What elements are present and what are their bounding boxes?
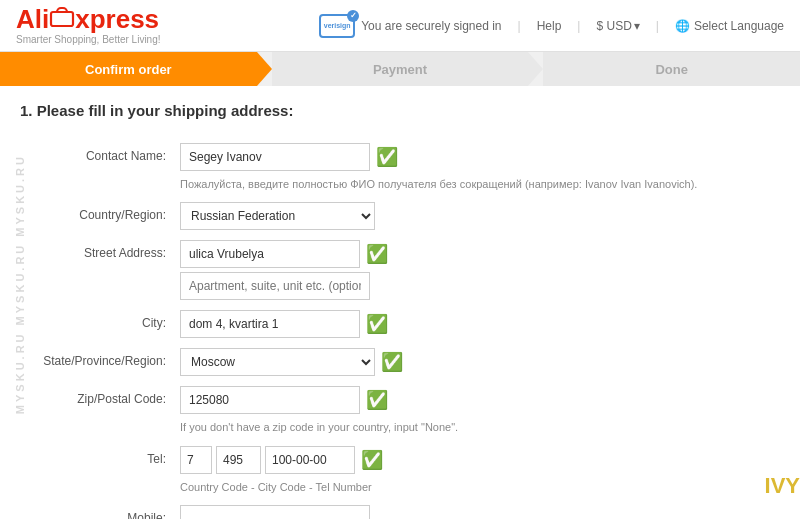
progress-done: Done — [543, 52, 800, 86]
tel-city-code-input[interactable] — [216, 446, 261, 474]
zip-input[interactable] — [180, 386, 360, 414]
zip-content: ✅ If you don't have a zip code in your c… — [180, 386, 780, 435]
logo-cart-icon — [49, 6, 75, 32]
tel-content: ✅ Country Code - City Code - Tel Number — [180, 446, 780, 495]
verify-icon: verisign ✓ — [319, 14, 355, 38]
street-input-row: ✅ — [180, 240, 780, 268]
contact-name-content: ✅ Пожалуйста, введите полностью ФИО полу… — [180, 143, 780, 192]
contact-name-row: Contact Name: ✅ Пожалуйста, введите полн… — [20, 143, 780, 192]
language-button[interactable]: 🌐 Select Language — [675, 19, 784, 33]
tel-input-row: ✅ — [180, 446, 780, 474]
state-row: State/Province/Region: Moscow ✅ — [20, 348, 780, 376]
street-optional-input[interactable] — [180, 272, 370, 300]
tel-number-input[interactable] — [265, 446, 355, 474]
zip-check-icon: ✅ — [366, 391, 388, 409]
mobile-input[interactable] — [180, 505, 370, 519]
country-select[interactable]: Russian Federation — [180, 202, 375, 230]
street-label: Street Address: — [20, 240, 180, 262]
country-label: Country/Region: — [20, 202, 180, 224]
header-divider2: | — [577, 19, 580, 33]
logo-tagline: Smarter Shopping, Better Living! — [16, 34, 161, 45]
progress-payment: Payment — [272, 52, 529, 86]
globe-icon: 🌐 — [675, 19, 690, 33]
street-check-icon: ✅ — [366, 245, 388, 263]
country-input-row: Russian Federation — [180, 202, 780, 230]
tel-hint: Country Code - City Code - Tel Number — [180, 480, 780, 495]
mobile-row: Mobile: — [20, 505, 780, 519]
contact-name-hint: Пожалуйста, введите полностью ФИО получа… — [180, 177, 780, 192]
country-row: Country/Region: Russian Federation — [20, 202, 780, 230]
verified-badge: verisign ✓ You are securely signed in — [319, 14, 501, 38]
street-content: ✅ — [180, 240, 780, 300]
zip-label: Zip/Postal Code: — [20, 386, 180, 408]
contact-name-input[interactable] — [180, 143, 370, 171]
tel-check-icon: ✅ — [361, 451, 383, 469]
country-content: Russian Federation — [180, 202, 780, 230]
tel-inputs-group — [180, 446, 355, 474]
logo-ali: Ali — [16, 6, 49, 32]
city-input-row: ✅ — [180, 310, 780, 338]
tel-country-code-input[interactable] — [180, 446, 212, 474]
state-check-icon: ✅ — [381, 353, 403, 371]
progress-confirm: Confirm order — [0, 52, 257, 86]
street-row: Street Address: ✅ — [20, 240, 780, 300]
progress-done-label: Done — [655, 62, 688, 77]
street-optional-row — [180, 272, 780, 300]
verified-text: You are securely signed in — [361, 19, 501, 33]
header-divider3: | — [656, 19, 659, 33]
mobile-content — [180, 505, 780, 519]
state-content: Moscow ✅ — [180, 348, 780, 376]
zip-input-row: ✅ — [180, 386, 780, 414]
state-select[interactable]: Moscow — [180, 348, 375, 376]
header: Ali xpress Smarter Shopping, Better Livi… — [0, 0, 800, 52]
city-input[interactable] — [180, 310, 360, 338]
section-title: 1. Please fill in your shipping address: — [20, 102, 780, 127]
svg-rect-0 — [51, 12, 73, 26]
header-right: verisign ✓ You are securely signed in | … — [319, 14, 784, 38]
header-divider: | — [518, 19, 521, 33]
logo: Ali xpress — [16, 6, 161, 32]
tel-row: Tel: ✅ Country Code - City Code - Tel Nu… — [20, 446, 780, 495]
logo-area: Ali xpress Smarter Shopping, Better Livi… — [16, 6, 161, 45]
logo-xpress: xpress — [75, 6, 159, 32]
language-label: Select Language — [694, 19, 784, 33]
currency-chevron-icon: ▾ — [634, 19, 640, 33]
main-content: 1. Please fill in your shipping address:… — [0, 86, 800, 519]
currency-label: $ USD — [596, 19, 631, 33]
city-label: City: — [20, 310, 180, 332]
tel-label: Tel: — [20, 446, 180, 468]
progress-bar: Confirm order Payment Done — [0, 52, 800, 86]
city-content: ✅ — [180, 310, 780, 338]
progress-confirm-label: Confirm order — [85, 62, 172, 77]
city-check-icon: ✅ — [366, 315, 388, 333]
city-row: City: ✅ — [20, 310, 780, 338]
progress-payment-label: Payment — [373, 62, 427, 77]
mobile-label: Mobile: — [20, 505, 180, 519]
currency-button[interactable]: $ USD ▾ — [596, 19, 639, 33]
contact-name-check-icon: ✅ — [376, 148, 398, 166]
mobile-input-row — [180, 505, 780, 519]
zip-hint: If you don't have a zip code in your cou… — [180, 420, 780, 435]
zip-row: Zip/Postal Code: ✅ If you don't have a z… — [20, 386, 780, 435]
state-input-row: Moscow ✅ — [180, 348, 780, 376]
contact-name-label: Contact Name: — [20, 143, 180, 165]
verify-check-icon: ✓ — [347, 10, 359, 22]
street-input[interactable] — [180, 240, 360, 268]
contact-name-input-row: ✅ — [180, 143, 780, 171]
state-label: State/Province/Region: — [20, 348, 180, 370]
help-link[interactable]: Help — [537, 19, 562, 33]
